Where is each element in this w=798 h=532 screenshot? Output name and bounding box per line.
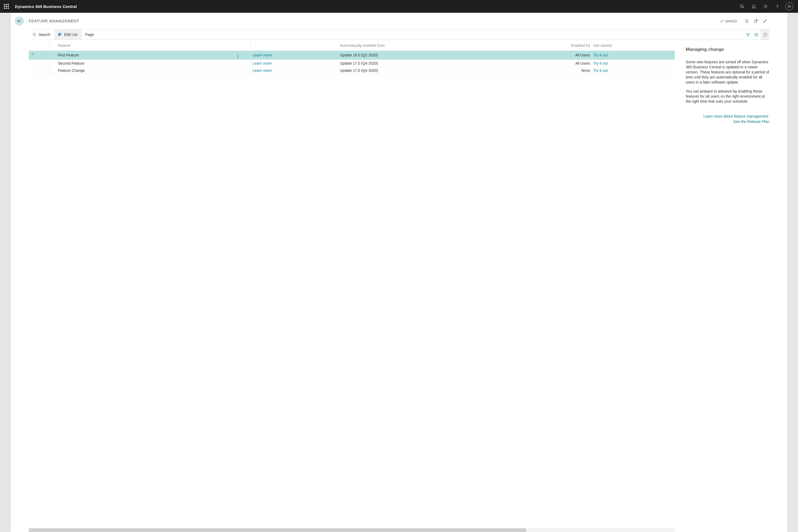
row-indicator-icon: [31, 52, 34, 57]
table-header-row: Feature Automatically enabled from Enabl…: [29, 40, 675, 51]
table-pane: Feature Automatically enabled from Enabl…: [29, 40, 675, 532]
learn-more-link[interactable]: Learn more: [251, 67, 338, 74]
cell-feature[interactable]: Second Feature: [50, 60, 225, 67]
svg-point-3: [777, 7, 777, 8]
open-new-window-icon[interactable]: [751, 17, 760, 25]
release-plan-link[interactable]: See the Release Plan: [686, 119, 769, 124]
toolbar-page-label: Page: [85, 33, 94, 37]
saved-label: SAVED: [725, 19, 737, 23]
svg-point-20: [755, 36, 755, 36]
page-card: FEATURE MANAGEMENT SAVED Search: [11, 13, 787, 532]
svg-point-18: [755, 33, 755, 34]
svg-point-0: [741, 5, 743, 7]
saved-indicator: SAVED: [720, 19, 737, 23]
learn-more-link[interactable]: Learn more: [251, 60, 338, 67]
svg-line-8: [763, 21, 764, 23]
try-it-out-link[interactable]: Try it out: [592, 67, 675, 74]
scrollbar-thumb[interactable]: [29, 528, 526, 532]
col-header-auto-enabled[interactable]: Automatically enabled from: [338, 40, 513, 51]
svg-point-19: [755, 34, 755, 35]
col-header-enabled-for[interactable]: Enabled for: [513, 40, 592, 51]
svg-point-9: [33, 33, 35, 35]
list-view-icon[interactable]: [752, 30, 761, 40]
back-button[interactable]: [15, 17, 24, 25]
cell-auto-enabled: Update 17.0 (Q4 2020): [338, 60, 513, 67]
cell-auto-enabled: Update 16.0 (Q2 2020): [338, 51, 513, 60]
notifications-icon[interactable]: [748, 0, 760, 13]
toolbar-edit-list-label: Edit List: [64, 33, 77, 37]
cell-feature[interactable]: Feature Change: [50, 67, 225, 74]
try-it-out-link[interactable]: Try it out: [592, 51, 675, 60]
page-header: FEATURE MANAGEMENT SAVED: [29, 13, 769, 29]
filter-icon[interactable]: [744, 30, 752, 40]
horizontal-scrollbar[interactable]: [29, 528, 675, 532]
app-title: Dynamics 365 Business Central: [15, 4, 77, 9]
side-panel-paragraph: Some new features are turned off when Dy…: [686, 60, 769, 84]
svg-point-23: [765, 34, 765, 34]
content-area: Feature Automatically enabled from Enabl…: [29, 40, 769, 532]
try-it-out-link[interactable]: Try it out: [592, 60, 675, 67]
toolbar-edit-list-button[interactable]: Edit List: [54, 30, 81, 40]
col-header-feature[interactable]: Feature: [50, 40, 225, 51]
settings-icon[interactable]: [760, 0, 772, 13]
learn-more-link[interactable]: Learn more about feature management.: [686, 114, 769, 118]
col-header-get-started[interactable]: Get started: [592, 40, 675, 51]
help-icon[interactable]: [772, 0, 783, 13]
table-row[interactable]: Second FeatureLearn moreUpdate 17.0 (Q4 …: [29, 60, 675, 67]
cell-enabled-for[interactable]: All Users: [513, 51, 592, 60]
table-row[interactable]: Feature ChangeLearn moreUpdate 17.0 (Q4 …: [29, 67, 675, 74]
page-title: FEATURE MANAGEMENT: [29, 19, 79, 23]
cell-enabled-for[interactable]: None: [513, 67, 592, 74]
svg-point-2: [765, 6, 766, 7]
app-launcher-icon[interactable]: [3, 3, 10, 10]
cell-enabled-for[interactable]: All Users: [513, 60, 592, 67]
svg-rect-11: [58, 33, 61, 34]
user-avatar[interactable]: JD: [785, 2, 793, 11]
collapse-icon[interactable]: [760, 17, 769, 25]
info-panel-icon[interactable]: [761, 30, 769, 40]
row-menu-icon[interactable]: [225, 60, 251, 67]
row-menu-icon[interactable]: [225, 67, 251, 74]
cell-feature[interactable]: First Feature: [50, 51, 225, 60]
side-panel-title: Managing change: [686, 47, 769, 52]
row-menu-icon[interactable]: [225, 51, 251, 60]
cell-auto-enabled: Update 17.0 (Q4 2020): [338, 67, 513, 74]
learn-more-link[interactable]: Learn more: [251, 51, 338, 60]
svg-line-10: [35, 35, 36, 36]
toolbar-page-button[interactable]: Page: [81, 30, 98, 40]
info-side-panel: Managing change Some new features are tu…: [675, 40, 769, 532]
svg-line-1: [743, 7, 744, 8]
svg-marker-14: [746, 33, 750, 36]
side-panel-paragraph: You can prepare in advance by enabling t…: [686, 89, 769, 104]
table-row[interactable]: First FeatureLearn moreUpdate 16.0 (Q2 2…: [29, 51, 675, 60]
toolbar: Search Edit List Page: [29, 29, 769, 40]
toolbar-search-label: Search: [39, 33, 50, 37]
features-table: Feature Automatically enabled from Enabl…: [29, 40, 675, 74]
search-icon[interactable]: [736, 0, 748, 13]
bookmark-icon[interactable]: [742, 17, 751, 25]
toolbar-search-button[interactable]: Search: [29, 30, 54, 40]
svg-line-7: [765, 19, 766, 21]
app-bar: Dynamics 365 Business Central JD: [0, 0, 798, 13]
